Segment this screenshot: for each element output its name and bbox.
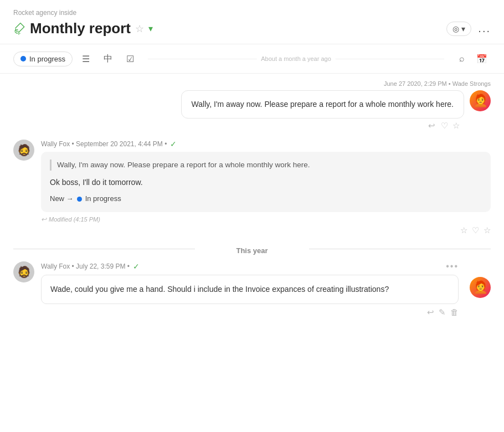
toolbar-left: In progress ☰ 中 ☑ [13,50,139,68]
avatar-wade-right: 🧑‍🦰 [470,277,491,298]
wally-avatar-row-third: 🧔 Wally Fox • July 22, 3:59 PM • ✓ ••• W… [13,261,491,317]
dropdown-icon[interactable]: ▾ [148,23,153,34]
star-icon[interactable]: ☆ [135,23,144,35]
star-icon-2[interactable]: ☆ [460,225,467,235]
title-actions: ◎ ▾ ... [446,22,491,36]
more-menu-button[interactable]: ... [478,22,491,35]
wade-message-1: June 27 2020, 2:29 PM • Wade Strongs Wal… [13,74,491,135]
third-actions: ••• [446,261,459,271]
third-bubble: Wade, could you give me a hand. Should i… [41,275,459,304]
wally-name-2: Wally Fox • July 22, 3:59 PM • [41,263,130,270]
wade-bubble: Wally, I'm away now. Please prepare a re… [181,90,464,119]
title-left: 🏷 Monthly report ☆ ▾ [13,20,153,37]
wally-avatar-row: 🧔 Wally Fox • September 20 2021, 4:44 PM… [13,140,491,235]
third-bubble-actions: ↩ ✎ 🗑 [41,307,459,317]
header: Rocket agency inside 🏷 Monthly report ☆ … [0,0,504,44]
wade-meta: June 27 2020, 2:29 PM • Wade Strongs [384,80,491,87]
sep-text: About a month a year ago [256,55,336,62]
title-row: 🏷 Monthly report ☆ ▾ ◎ ▾ ... [13,20,491,44]
avatar-wally-2: 🧔 [13,261,34,282]
third-message-text: Wade, could you give me a hand. Should i… [50,285,389,294]
status-change: New → In progress [50,193,482,205]
status-dot-change [77,197,82,202]
wally-bubble: Wally, I'm away now. Please prepare a re… [41,152,491,212]
heart-icon-2[interactable]: ♡ [472,225,479,235]
wally-content-3: Wally Fox • July 22, 3:59 PM • ✓ ••• Wad… [41,261,459,317]
third-meta: Wally Fox • July 22, 3:59 PM • ✓ [41,262,140,271]
status-change-new: New → [50,193,74,205]
modified-row: ↩ Modified (4:15 PM) [41,215,491,223]
reply-icon[interactable]: ↩ [428,121,435,131]
wade-message-text: Wally, I'm away now. Please prepare a re… [192,100,454,109]
search-icon-btn[interactable]: ⌕ [453,50,471,68]
reply-icon-3[interactable]: ↩ [427,307,434,317]
toolbar: In progress ☰ 中 ☑ About a month a year a… [0,44,504,74]
status-dot [20,56,26,61]
page-title: Monthly report [30,20,131,37]
check-icon-2: ✓ [133,262,140,271]
star-action-icon[interactable]: ☆ [452,121,460,131]
eye-icon: ◎ [452,24,459,33]
wally-message-1: 🧔 Wally Fox • September 20 2021, 4:44 PM… [13,135,491,240]
app-container: Rocket agency inside 🏷 Monthly report ☆ … [0,0,504,322]
quote-block: Wally, I'm away now. Please prepare a re… [50,160,482,171]
wade-bubble-row: Wally, I'm away now. Please prepare a re… [181,90,491,131]
check-icon-btn[interactable]: ☑ [121,50,139,68]
tag-icon: 🏷 [10,19,29,38]
wally-message-2: 🧔 Wally Fox • July 22, 3:59 PM • ✓ ••• W… [13,257,491,321]
toolbar-separator: About a month a year ago [148,59,444,59]
status-label: In progress [29,55,65,63]
eye-arrow: ▾ [461,24,465,33]
wally-meta: Wally Fox • September 20 2021, 4:44 PM •… [41,140,491,148]
avatar-wade: 🧑‍🦰 [470,90,491,111]
toolbar-right: ⌕ 📅 [453,50,491,68]
delete-icon-3[interactable]: 🗑 [450,307,459,317]
eye-button[interactable]: ◎ ▾ [446,22,471,36]
chat-area: June 27 2020, 2:29 PM • Wade Strongs Wal… [0,74,504,322]
third-meta-row: Wally Fox • July 22, 3:59 PM • ✓ ••• [41,261,459,271]
reply-small-icon: ↩ [41,215,47,223]
avatar-wally: 🧔 [13,140,34,161]
more-icon-3[interactable]: ••• [446,261,459,271]
edit-icon-3[interactable]: ✎ [439,307,446,317]
bubble-action-icons: ☆ ♡ ☆ [41,225,491,235]
translate-icon-btn[interactable]: 中 [99,50,117,68]
wally-content: Wally Fox • September 20 2021, 4:44 PM •… [41,140,491,235]
check-icon: ✓ [170,140,177,148]
status-badge[interactable]: In progress [13,52,73,66]
wade-bubble-actions: ↩ ♡ ☆ [424,119,464,131]
year-divider: This year [13,240,491,257]
status-change-label: In progress [85,193,121,205]
calendar-icon-btn[interactable]: 📅 [473,50,491,68]
heart-icon[interactable]: ♡ [441,121,448,131]
modified-text-label: Modified (4:15 PM) [49,216,100,223]
breadcrumb: Rocket agency inside [13,9,491,17]
list-icon-btn[interactable]: ☰ [77,50,95,68]
star-filled-icon[interactable]: ☆ [484,225,491,235]
reply-text: Ok boss, I'll do it tomorrow. [50,176,482,188]
wally-name-1: Wally Fox • September 20 2021, 4:44 PM • [41,140,167,148]
